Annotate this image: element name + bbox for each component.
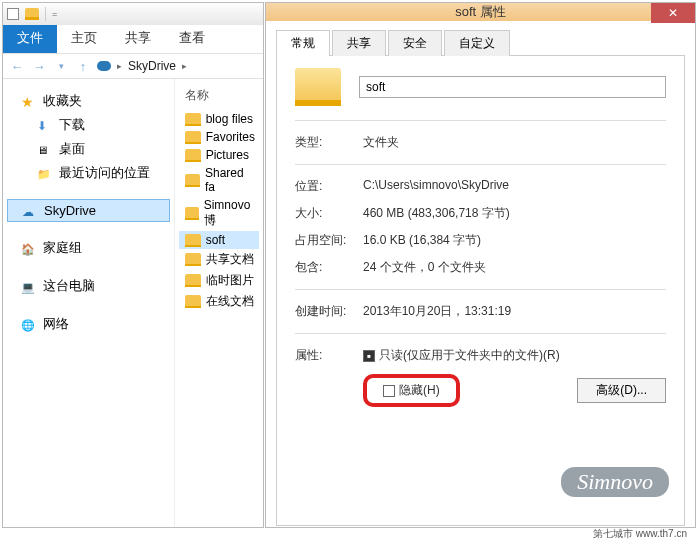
file-list: 名称 blog files Favorites Pictures Shared …: [174, 79, 263, 527]
separator: [45, 7, 46, 21]
system-menu-icon[interactable]: [7, 8, 19, 20]
location-value: C:\Users\simnovo\SkyDrive: [363, 178, 666, 195]
cloud-icon: [22, 204, 38, 218]
list-item[interactable]: Simnovo博: [179, 196, 259, 231]
ribbon-tabs: 文件 主页 共享 查看: [3, 25, 263, 53]
tree-homegroup[interactable]: 家庭组: [7, 236, 170, 260]
hidden-checkbox[interactable]: 隐藏(H): [383, 382, 440, 399]
skydrive-icon: [97, 61, 111, 71]
list-item-selected[interactable]: soft: [179, 231, 259, 249]
tree-label: 收藏夹: [43, 92, 82, 110]
dialog-titlebar: soft 属性 ✕: [266, 3, 695, 21]
dropdown-icon[interactable]: =: [52, 9, 57, 19]
folder-name-input[interactable]: [359, 76, 666, 98]
pc-icon: [21, 279, 37, 293]
readonly-checkbox[interactable]: 只读(仅应用于文件夹中的文件)(R): [363, 347, 560, 364]
tab-view[interactable]: 查看: [165, 25, 219, 53]
location-label: 位置:: [295, 178, 363, 195]
ondisk-value: 16.0 KB (16,384 字节): [363, 232, 666, 249]
homegroup-icon: [21, 241, 37, 255]
attributes-label: 属性:: [295, 347, 363, 364]
list-item[interactable]: 共享文档: [179, 249, 259, 270]
item-name: 临时图片: [206, 272, 254, 289]
list-item[interactable]: Shared fa: [179, 164, 259, 196]
tree-desktop[interactable]: 桌面: [7, 137, 170, 161]
folder-icon: [185, 174, 200, 187]
footer-watermark: 第七城市 www.th7.cn: [593, 527, 687, 541]
tree-network[interactable]: 网络: [7, 312, 170, 336]
nav-dropdown-icon[interactable]: ▾: [53, 58, 69, 74]
created-label: 创建时间:: [295, 303, 363, 320]
tab-home[interactable]: 主页: [57, 25, 111, 53]
chevron-right-icon[interactable]: ▸: [117, 61, 122, 71]
ondisk-label: 占用空间:: [295, 232, 363, 249]
folder-icon: [185, 295, 201, 308]
tree-network-section: 网络: [7, 312, 170, 336]
list-item[interactable]: 在线文档: [179, 291, 259, 312]
breadcrumb[interactable]: SkyDrive: [128, 59, 176, 73]
hidden-label: 隐藏(H): [399, 382, 440, 399]
close-icon: ✕: [668, 6, 678, 20]
tree-label: 最近访问的位置: [59, 164, 150, 182]
item-name: soft: [206, 233, 225, 247]
nav-up-icon[interactable]: ↑: [75, 58, 91, 74]
item-name: Simnovo博: [204, 198, 255, 229]
tab-file[interactable]: 文件: [3, 25, 57, 53]
download-icon: [37, 118, 53, 132]
size-label: 大小:: [295, 205, 363, 222]
list-item[interactable]: blog files: [179, 110, 259, 128]
tab-share[interactable]: 共享: [111, 25, 165, 53]
nav-tree: ★收藏夹 下载 桌面 最近访问的位置 SkyDrive 家庭组 这台电脑 网络: [3, 79, 174, 527]
created-value: 2013年10月20日，13:31:19: [363, 303, 666, 320]
tab-security[interactable]: 安全: [388, 30, 442, 56]
list-item[interactable]: 临时图片: [179, 270, 259, 291]
item-name: 共享文档: [206, 251, 254, 268]
column-header-name[interactable]: 名称: [179, 85, 259, 106]
item-name: Pictures: [206, 148, 249, 162]
tree-label: SkyDrive: [44, 203, 96, 218]
tab-customize[interactable]: 自定义: [444, 30, 510, 56]
star-icon: ★: [21, 94, 37, 108]
tree-thispc-section: 这台电脑: [7, 274, 170, 298]
close-button[interactable]: ✕: [651, 3, 695, 23]
advanced-button[interactable]: 高级(D)...: [577, 378, 666, 403]
tree-thispc[interactable]: 这台电脑: [7, 274, 170, 298]
folder-icon: [25, 8, 39, 20]
tree-homegroup-section: 家庭组: [7, 236, 170, 260]
folder-icon: [185, 274, 201, 287]
hidden-checkbox-highlight: 隐藏(H): [363, 374, 460, 407]
tree-skydrive[interactable]: SkyDrive: [7, 199, 170, 222]
tree-favorites[interactable]: ★收藏夹: [7, 89, 170, 113]
nav-bar: ← → ▾ ↑ ▸ SkyDrive ▸: [3, 53, 263, 79]
chevron-right-icon[interactable]: ▸: [182, 61, 187, 71]
list-item[interactable]: Pictures: [179, 146, 259, 164]
nav-back-icon[interactable]: ←: [9, 58, 25, 74]
properties-tabs: 常规 共享 安全 自定义: [276, 29, 685, 56]
contains-value: 24 个文件，0 个文件夹: [363, 259, 666, 276]
type-value: 文件夹: [363, 134, 666, 151]
list-item[interactable]: Favorites: [179, 128, 259, 146]
tree-downloads[interactable]: 下载: [7, 113, 170, 137]
readonly-label: 只读(仅应用于文件夹中的文件)(R): [379, 347, 560, 364]
tree-label: 网络: [43, 315, 69, 333]
tree-skydrive-section: SkyDrive: [7, 199, 170, 222]
tree-label: 下载: [59, 116, 85, 134]
general-panel: 类型:文件夹 位置:C:\Users\simnovo\SkyDrive 大小:4…: [276, 56, 685, 526]
folder-icon: [185, 234, 201, 247]
tab-general[interactable]: 常规: [276, 30, 330, 56]
desktop-icon: [37, 142, 53, 156]
network-icon: [21, 317, 37, 331]
tree-recent[interactable]: 最近访问的位置: [7, 161, 170, 185]
folder-icon: [185, 253, 201, 266]
item-name: blog files: [206, 112, 253, 126]
checkbox-indeterminate-icon: [363, 350, 375, 362]
contains-label: 包含:: [295, 259, 363, 276]
properties-dialog: soft 属性 ✕ 常规 共享 安全 自定义 类型:文件夹 位置:C:\User…: [265, 2, 696, 528]
tab-sharing[interactable]: 共享: [332, 30, 386, 56]
tree-label: 这台电脑: [43, 277, 95, 295]
checkbox-empty-icon: [383, 385, 395, 397]
nav-forward-icon[interactable]: →: [31, 58, 47, 74]
size-value: 460 MB (483,306,718 字节): [363, 205, 666, 222]
folder-icon: [185, 149, 201, 162]
folder-icon: [185, 113, 201, 126]
